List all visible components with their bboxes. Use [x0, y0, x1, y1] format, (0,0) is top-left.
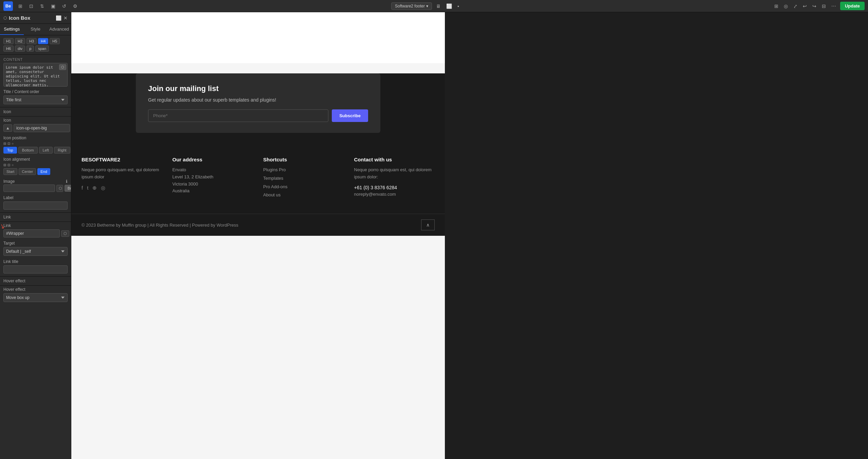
icon-field-row: ▲ icon-up-open-big ⬡: [3, 124, 68, 132]
heading-tags: H1 H2 H3 H4 H5 H6 div p span: [0, 35, 71, 55]
image-info-icon: ℹ: [66, 179, 68, 184]
layout-icon[interactable]: ▣: [50, 2, 57, 10]
footer-address-line1: Envato: [173, 167, 186, 172]
align-center-btn[interactable]: Center: [19, 168, 36, 175]
scroll-top-button[interactable]: ∧: [421, 219, 435, 230]
pos-bottom-btn[interactable]: Bottom: [18, 147, 38, 154]
footer-email: noreply@envato.com: [354, 192, 435, 197]
footer-social: f t ⊕ ◎: [82, 185, 162, 191]
sidebar-header-left: ⬡ Icon Box: [3, 15, 30, 21]
tag-p[interactable]: p: [26, 46, 34, 52]
title-content-order-select[interactable]: Title first Content first: [3, 95, 68, 104]
sidebar: ⬡ Icon Box ⬜ ✕ Settings Style Advanced H…: [0, 12, 71, 459]
main-layout: ⬡ Icon Box ⬜ ✕ Settings Style Advanced H…: [0, 0, 445, 459]
target-select[interactable]: Default | _self _blank _parent _top: [3, 247, 68, 256]
footer-col3-links: Plugins Pro Templates Pro Add-ons About …: [263, 166, 344, 199]
footer-address-line3: Victoria 3000: [173, 181, 198, 187]
close-button[interactable]: ✕: [64, 15, 68, 21]
pos-top-btn[interactable]: Top: [3, 147, 17, 154]
footer-copyright: © 2023 Betheme by Muffin group | All Rig…: [82, 223, 238, 228]
align-start-btn[interactable]: Start: [3, 168, 17, 175]
footer-col2-title: Our address: [173, 157, 253, 162]
history-icon[interactable]: ↺: [61, 2, 68, 10]
mobile-icon[interactable]: ▪: [456, 2, 460, 10]
icon-alignment-group: Start Center End: [3, 168, 68, 175]
tag-h4[interactable]: H4: [38, 38, 48, 44]
link-input[interactable]: #Wrapper: [3, 229, 60, 237]
image-clear-btn[interactable]: ⬡: [56, 185, 63, 192]
tab-settings[interactable]: Settings: [0, 24, 24, 35]
hover-effect-section-header[interactable]: Hover effect: [0, 276, 71, 286]
undo-icon[interactable]: ↩: [801, 2, 808, 10]
icon-input[interactable]: icon-up-open-big: [14, 124, 70, 132]
top-bar-left: Be ⊞ ⊡ ⇅ ▣ ↺ ⚙: [0, 1, 82, 11]
sidebar-header-right: ⬜ ✕: [56, 15, 68, 21]
tag-h1[interactable]: H1: [3, 38, 14, 44]
image-row: ⬡ Browse: [3, 184, 68, 192]
hover-effect-label: Hover effect: [0, 286, 71, 293]
tag-h6[interactable]: H6: [3, 46, 14, 52]
arrows-icon[interactable]: ⇅: [39, 2, 46, 10]
settings-icon[interactable]: ⚙: [72, 2, 79, 10]
link-section-header[interactable]: Link: [0, 212, 71, 222]
tag-h3[interactable]: H3: [26, 38, 37, 44]
image-input[interactable]: [3, 184, 55, 192]
top-bar: Be ⊞ ⊡ ⇅ ▣ ↺ ⚙ Software2 footer ▾ 🖥 ⬜ ▪ …: [0, 0, 868, 12]
tag-h2[interactable]: H2: [15, 38, 25, 44]
redo-icon[interactable]: ↪: [811, 2, 818, 10]
browse-button[interactable]: Browse: [65, 185, 71, 192]
content-textarea[interactable]: Lorem ipsum dolor sit amet, consectetur …: [3, 63, 68, 87]
tag-span[interactable]: span: [35, 46, 49, 52]
desktop-icon[interactable]: 🖥: [435, 2, 442, 10]
grid-icon[interactable]: ⊡: [28, 2, 35, 10]
be-logo[interactable]: Be: [3, 1, 13, 11]
icon-section-header[interactable]: Icon: [0, 107, 71, 117]
duplicate-button[interactable]: ⬜: [56, 15, 61, 21]
top-bar-center: Software2 footer ▾ 🖥 ⬜ ▪: [391, 2, 460, 10]
tab-advanced[interactable]: Advanced: [47, 24, 71, 35]
website-icon[interactable]: ⊕: [92, 185, 97, 191]
link-title-input[interactable]: [3, 265, 68, 273]
subscribe-button[interactable]: Subscribe: [332, 109, 368, 122]
share-icon[interactable]: ⤤: [792, 2, 799, 10]
preview-icon[interactable]: ◎: [782, 2, 789, 10]
link-title-row: [3, 265, 68, 273]
facebook-icon[interactable]: f: [82, 185, 83, 191]
footer-col2-text: Envato Level 13, 2 Elizabeth Victoria 30…: [173, 166, 253, 195]
footer-col1-text: Neque porro quisquam est, qui dolorem ip…: [82, 166, 162, 181]
pos-right-btn[interactable]: Right: [54, 147, 70, 154]
pos-left-btn[interactable]: Left: [39, 147, 53, 154]
phone-input[interactable]: [148, 109, 328, 122]
tag-h5[interactable]: H5: [50, 38, 60, 44]
title-content-order-label: Title / Content order: [0, 89, 71, 95]
icon-expand-btn[interactable]: ▲: [3, 124, 12, 132]
page-selector-label: Software2 footer: [395, 4, 425, 8]
link-pro-addons[interactable]: Pro Add-ons: [263, 183, 344, 191]
tablet-icon[interactable]: ⬜: [445, 2, 453, 10]
twitter-icon[interactable]: t: [87, 185, 88, 191]
wp-icon[interactable]: ⊞: [773, 2, 780, 10]
hover-effect-section-label: Hover effect: [3, 279, 68, 283]
link-about-us[interactable]: About us: [263, 192, 344, 199]
hover-effect-select[interactable]: Move box up None Move box down: [3, 293, 68, 302]
main-content: Join our mailing list Get regular update…: [71, 12, 445, 459]
link-copy-btn[interactable]: ⬡: [61, 230, 69, 237]
footer-col-3: Shortcuts Plugins Pro Templates Pro Add-…: [263, 157, 344, 200]
more-icon[interactable]: ⋯: [830, 2, 837, 10]
tab-style[interactable]: Style: [24, 24, 48, 35]
page-selector-chevron: ▾: [426, 4, 428, 8]
mailing-box: Join our mailing list Get regular update…: [136, 73, 380, 133]
content-copy-btn[interactable]: ⬡: [59, 64, 66, 70]
tag-div[interactable]: div: [15, 46, 25, 52]
label-input[interactable]: [3, 201, 68, 210]
page-selector[interactable]: Software2 footer ▾: [391, 2, 432, 10]
responsive-icon[interactable]: ⊟: [820, 2, 827, 10]
instagram-icon[interactable]: ◎: [101, 185, 105, 191]
dashboard-icon[interactable]: ⊞: [17, 2, 24, 10]
update-button[interactable]: Update: [840, 2, 865, 10]
footer-col-1: BESOFTWARE2 Neque porro quisquam est, qu…: [82, 157, 162, 200]
link-templates[interactable]: Templates: [263, 175, 344, 182]
sidebar-header: ⬡ Icon Box ⬜ ✕: [0, 12, 71, 24]
align-end-btn[interactable]: End: [37, 168, 50, 175]
link-plugins-pro[interactable]: Plugins Pro: [263, 166, 344, 174]
